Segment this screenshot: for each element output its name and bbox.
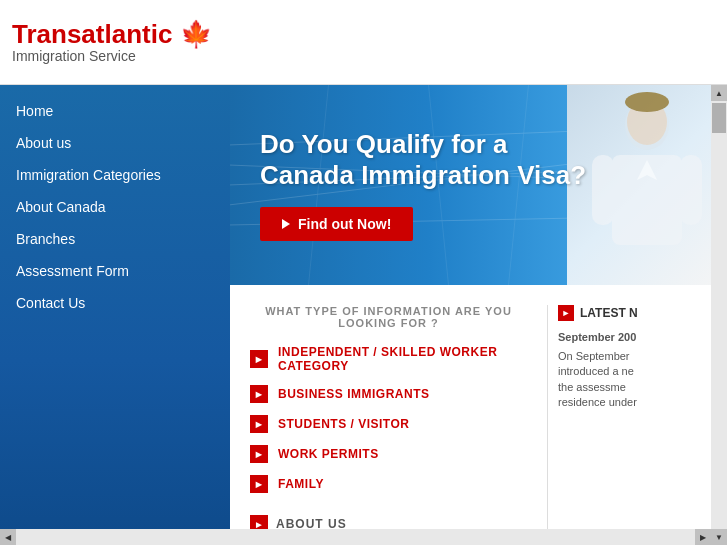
svg-point-14	[625, 92, 669, 112]
find-out-button[interactable]: Find out Now!	[260, 207, 413, 241]
info-item-label: INDEPENDENT / SKILLED WORKER CATEGORY	[278, 345, 527, 373]
arrow-icon: ►	[250, 385, 268, 403]
arrow-icon: ►	[250, 350, 268, 368]
arrow-icon: ►	[250, 415, 268, 433]
latest-news-header: ► LATEST N	[558, 305, 717, 321]
banner: Do You Qualify for aCanada Immigration V…	[230, 85, 727, 285]
banner-text-area: Do You Qualify for aCanada Immigration V…	[230, 109, 616, 261]
sidebar-item-contact-us[interactable]: Contact Us	[0, 287, 230, 319]
logo-text-part: Transatlantic	[12, 19, 172, 49]
banner-heading: Do You Qualify for aCanada Immigration V…	[260, 129, 586, 191]
scrollbar-horizontal[interactable]: ◀ ▶	[0, 529, 711, 545]
sidebar-item-about-canada[interactable]: About Canada	[0, 191, 230, 223]
scroll-up-button[interactable]: ▲	[711, 85, 727, 101]
sidebar-item-branches[interactable]: Branches	[0, 223, 230, 255]
content-area: Do You Qualify for aCanada Immigration V…	[230, 85, 727, 545]
latest-arrow-icon: ►	[558, 305, 574, 321]
info-item-business[interactable]: ► BUSINESS IMMIGRANTS	[250, 385, 527, 403]
latest-news-text: On Septemberintroduced a nethe assessmer…	[558, 349, 717, 411]
main-layout: Home About us Immigration Categories Abo…	[0, 85, 727, 545]
sidebar-item-home[interactable]: Home	[0, 95, 230, 127]
scrollbar-vertical[interactable]: ▲ ▼	[711, 85, 727, 545]
latest-news-sidebar: ► LATEST N September 200 On Septemberint…	[547, 305, 727, 533]
logo-title: Transatlantic 🍁	[12, 20, 212, 49]
find-out-label: Find out Now!	[298, 216, 391, 232]
logo: Transatlantic 🍁 Immigration Service	[12, 20, 212, 65]
latest-news-date: September 200	[558, 331, 717, 343]
arrow-icon: ►	[250, 445, 268, 463]
info-item-students[interactable]: ► STUDENTS / VISITOR	[250, 415, 527, 433]
info-section: WHAT TYPE OF INFORMATION ARE YOU LOOKING…	[230, 285, 727, 543]
sidebar-item-immigration-categories[interactable]: Immigration Categories	[0, 159, 230, 191]
maple-leaf-icon: 🍁	[172, 19, 211, 49]
scroll-thumb[interactable]	[712, 103, 726, 133]
scroll-right-button[interactable]: ▶	[695, 529, 711, 545]
sidebar-item-assessment-form[interactable]: Assessment Form	[0, 255, 230, 287]
info-item-label: WORK PERMITS	[278, 447, 379, 461]
svg-rect-12	[680, 155, 702, 225]
info-section-header: WHAT TYPE OF INFORMATION ARE YOU LOOKING…	[250, 305, 527, 329]
arrow-icon: ►	[250, 475, 268, 493]
info-item-label: FAMILY	[278, 477, 324, 491]
sidebar-item-about-us[interactable]: About us	[0, 127, 230, 159]
info-item-family[interactable]: ► FAMILY	[250, 475, 527, 493]
info-item-label: STUDENTS / VISITOR	[278, 417, 409, 431]
info-item-label: BUSINESS IMMIGRANTS	[278, 387, 430, 401]
logo-subtitle: Immigration Service	[12, 48, 212, 64]
button-arrow-icon	[282, 219, 290, 229]
latest-news-title: LATEST N	[580, 306, 638, 320]
scroll-down-button[interactable]: ▼	[711, 529, 727, 545]
info-item-work-permits[interactable]: ► WORK PERMITS	[250, 445, 527, 463]
scroll-left-button[interactable]: ◀	[0, 529, 16, 545]
info-main: WHAT TYPE OF INFORMATION ARE YOU LOOKING…	[230, 305, 547, 533]
sidebar: Home About us Immigration Categories Abo…	[0, 85, 230, 545]
info-item-skilled-worker[interactable]: ► INDEPENDENT / SKILLED WORKER CATEGORY	[250, 345, 527, 373]
header: Transatlantic 🍁 Immigration Service	[0, 0, 727, 85]
